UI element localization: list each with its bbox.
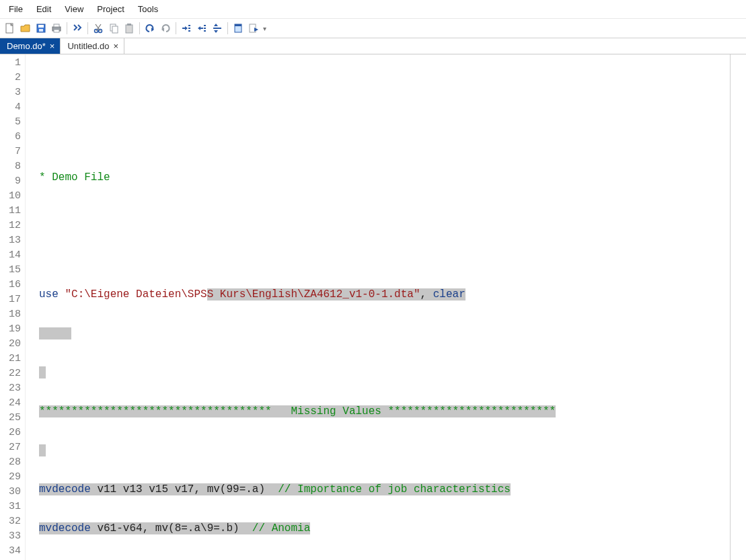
code-section: ************************************ Mis… — [39, 405, 556, 417]
line-number: 9 — [0, 174, 21, 189]
line-number: 21 — [0, 352, 21, 366]
menu-bar: File Edit View Project Tools — [0, 0, 746, 19]
menu-view[interactable]: View — [59, 2, 89, 16]
new-file-icon[interactable] — [3, 21, 17, 36]
line-number: 26 — [0, 426, 21, 440]
menu-project[interactable]: Project — [91, 2, 130, 16]
svg-marker-30 — [254, 28, 258, 32]
line-number: 3 — [0, 85, 21, 100]
line-number: 22 — [0, 366, 21, 381]
code-string: "C:\Eigene Dateien\SPS — [65, 288, 207, 301]
line-number: 25 — [0, 411, 21, 426]
line-number: 7 — [0, 145, 21, 159]
line-number: 8 — [0, 159, 21, 174]
svg-rect-18 — [188, 28, 190, 29]
toolbar: ▾ — [0, 19, 746, 38]
code-comment: // Importance of job characteristics — [278, 483, 511, 495]
line-number: 2 — [0, 71, 21, 85]
run-line-icon[interactable] — [210, 21, 225, 36]
paste-icon[interactable] — [122, 21, 137, 36]
indent-icon[interactable] — [179, 21, 194, 36]
svg-marker-24 — [214, 24, 218, 26]
line-number: 30 — [0, 485, 21, 499]
tab-bar: Demo.do* × Untitled.do × — [0, 38, 746, 54]
svg-rect-17 — [188, 25, 190, 26]
menu-file[interactable]: File — [3, 2, 29, 16]
svg-rect-23 — [204, 30, 206, 32]
code-string: S Kurs\English\ZA4612_v1-0-1.dta" — [207, 288, 420, 301]
line-number: 4 — [0, 100, 21, 115]
close-icon[interactable]: × — [114, 42, 119, 50]
svg-rect-25 — [213, 28, 221, 29]
line-number: 19 — [0, 322, 21, 337]
line-number: 18 — [0, 307, 21, 322]
tab-label: Untitled.do — [67, 41, 109, 51]
svg-rect-11 — [112, 26, 118, 33]
line-number: 13 — [0, 233, 21, 248]
close-icon[interactable]: × — [50, 42, 55, 50]
line-gutter: 1234567891011121314151617181920212223242… — [0, 54, 26, 560]
line-number: 16 — [0, 278, 21, 292]
line-number: 32 — [0, 514, 21, 529]
code-keyword: mvdecode — [39, 483, 91, 495]
code-keyword: use — [39, 288, 59, 301]
line-number: 14 — [0, 248, 21, 263]
outdent-icon[interactable] — [194, 21, 209, 36]
line-number: 24 — [0, 396, 21, 411]
line-number: 15 — [0, 263, 21, 278]
run-do-icon[interactable] — [246, 21, 261, 36]
line-number: 10 — [0, 189, 21, 204]
code-comment: * Demo File — [39, 171, 110, 184]
svg-rect-28 — [235, 24, 241, 26]
svg-marker-16 — [185, 26, 188, 30]
svg-marker-20 — [198, 26, 200, 30]
line-number: 1 — [0, 56, 21, 71]
menu-tools[interactable]: Tools — [132, 2, 164, 16]
find-icon[interactable] — [70, 21, 85, 36]
tab-demo[interactable]: Demo.do* × — [0, 38, 61, 54]
line-number: 34 — [0, 544, 21, 559]
line-number: 6 — [0, 130, 21, 145]
tab-untitled[interactable]: Untitled.do × — [61, 38, 124, 54]
save-icon[interactable] — [34, 21, 48, 36]
line-number: 31 — [0, 499, 21, 514]
line-number: 12 — [0, 218, 21, 233]
line-number: 27 — [0, 440, 21, 455]
line-number: 20 — [0, 337, 21, 352]
svg-rect-13 — [127, 24, 131, 26]
undo-icon[interactable] — [143, 21, 157, 36]
svg-rect-19 — [188, 30, 190, 32]
line-number: 23 — [0, 381, 21, 396]
line-number: 5 — [0, 115, 21, 130]
line-number: 11 — [0, 204, 21, 218]
code-keyword: mvdecode — [39, 522, 91, 534]
svg-rect-7 — [54, 30, 59, 32]
svg-marker-26 — [214, 30, 218, 33]
svg-rect-22 — [204, 28, 206, 29]
code-option: clear — [433, 288, 465, 301]
line-number: 28 — [0, 455, 21, 470]
open-file-icon[interactable] — [18, 21, 33, 36]
fold-column — [26, 54, 35, 560]
line-number: 33 — [0, 529, 21, 544]
margin-rule — [730, 54, 731, 560]
svg-rect-21 — [204, 25, 206, 26]
line-number: 17 — [0, 292, 21, 307]
code-area[interactable]: * Demo File use "C:\Eigene Dateien\SPSS … — [35, 54, 746, 560]
menu-edit[interactable]: Edit — [30, 2, 57, 16]
svg-rect-3 — [38, 25, 44, 28]
redo-icon[interactable] — [158, 21, 173, 36]
svg-rect-6 — [54, 24, 59, 27]
svg-rect-4 — [39, 29, 43, 32]
cut-icon[interactable] — [91, 21, 106, 36]
line-number: 29 — [0, 470, 21, 485]
bookmark-icon[interactable] — [231, 21, 246, 36]
copy-icon[interactable] — [106, 21, 121, 36]
svg-rect-12 — [126, 25, 133, 33]
code-editor[interactable]: 1234567891011121314151617181920212223242… — [0, 54, 746, 560]
tab-label: Demo.do* — [7, 41, 46, 51]
print-icon[interactable] — [49, 21, 64, 36]
code-comment: // Anomia — [252, 522, 310, 534]
